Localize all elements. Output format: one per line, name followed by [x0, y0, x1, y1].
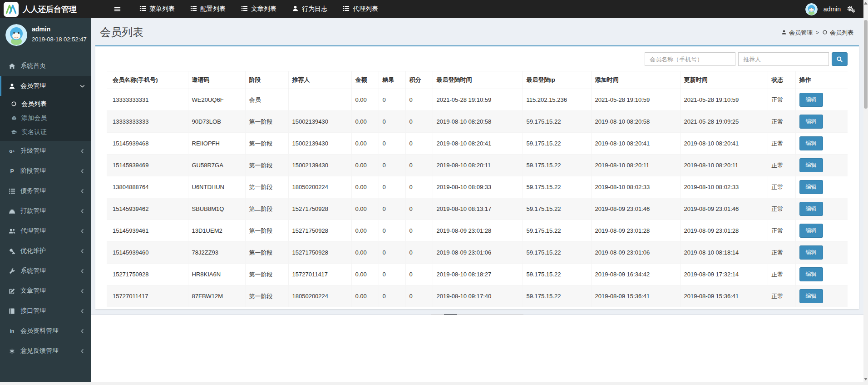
- table-cell: 59.175.15.22: [523, 220, 591, 242]
- vertical-scrollbar[interactable]: [863, 0, 868, 382]
- chevron-left-icon: [79, 168, 85, 174]
- nav-item-menu-list[interactable]: 菜单列表: [132, 0, 182, 18]
- nav-item-label: 行为日志: [302, 5, 327, 13]
- sidebar-item-agent-mgmt[interactable]: 代理管理: [0, 221, 91, 241]
- edit-button[interactable]: 编辑: [799, 136, 823, 150]
- horizontal-scrollbar[interactable]: [0, 382, 868, 385]
- column-header: 状态: [768, 71, 795, 89]
- scroll-up-arrow-icon[interactable]: [864, 2, 868, 5]
- table-cell: 0: [405, 89, 433, 111]
- table-cell: 0: [379, 155, 405, 176]
- brand-logo-icon: [4, 2, 19, 17]
- table-cell: 15727011417: [288, 264, 351, 285]
- table-cell: 正常: [768, 264, 795, 285]
- chevron-left-icon: [79, 268, 85, 274]
- breadcrumb-current[interactable]: 会员列表: [822, 29, 853, 37]
- list-icon: [190, 5, 197, 13]
- breadcrumb-parent-label: 会员管理: [789, 29, 813, 37]
- column-header: 会员名称(手机号): [107, 71, 188, 89]
- table-cell: 0.00: [351, 242, 379, 264]
- chevron-left-icon: [79, 248, 85, 254]
- table-cell: 第一阶段: [245, 242, 288, 264]
- sidebar-item-payment-mgmt[interactable]: 打款管理: [0, 201, 91, 221]
- scroll-down-arrow-icon[interactable]: [864, 378, 868, 380]
- linkedin-icon: in: [7, 328, 16, 335]
- sidebar: admin 2019-08-18 02:52:47 系统首页会员管理会员列表添加…: [0, 18, 91, 382]
- edit-button[interactable]: 编辑: [799, 180, 823, 194]
- sidebar-item-system-home[interactable]: 系统首页: [0, 56, 91, 76]
- sidebar-subitem-member-list[interactable]: 会员列表: [0, 97, 91, 111]
- table-cell: 2019-08-10 08:20:58: [591, 111, 680, 133]
- table-cell: 正常: [768, 220, 795, 242]
- scrollbar-thumb[interactable]: [864, 20, 868, 109]
- list-icon: [7, 188, 16, 195]
- referrer-input[interactable]: [738, 52, 829, 66]
- nav-item-behavior-log[interactable]: 行为日志: [284, 0, 335, 18]
- gplus-icon: G+: [7, 148, 16, 155]
- home-icon: [7, 63, 16, 70]
- edit-button[interactable]: 编辑: [799, 267, 823, 281]
- navbar-username[interactable]: admin: [824, 5, 841, 13]
- edit-button[interactable]: 编辑: [799, 245, 823, 260]
- table-cell: 2021-05-28 19:10:59: [680, 89, 768, 111]
- edit-button[interactable]: 编辑: [799, 115, 823, 129]
- nav-item-article-list[interactable]: 文章列表: [233, 0, 284, 18]
- table-cell: 2019-08-10 08:18:27: [433, 264, 523, 285]
- brand[interactable]: 人人还后台管理: [0, 2, 94, 17]
- sidebar-item-feedback-mgmt[interactable]: 意见反馈管理: [0, 341, 91, 361]
- table-cell: 2019-08-09 16:34:42: [591, 264, 680, 285]
- sidebar-item-article-mgmt[interactable]: 文章管理: [0, 281, 91, 301]
- sidebar-item-upgrade-mgmt[interactable]: G+升级管理: [0, 141, 91, 161]
- table-cell: 2019-08-10 08:20:11: [433, 155, 523, 176]
- table-cell: 会员: [245, 89, 288, 111]
- sidebar-item-label: 会员管理: [20, 82, 46, 90]
- table-row: 15145939469GU58R7GA第一阶段150021394300.0000…: [107, 155, 848, 176]
- sidebar-item-label: 意见反馈管理: [20, 347, 59, 355]
- sidebar-item-api-mgmt[interactable]: 接口管理: [0, 301, 91, 321]
- edit-button[interactable]: 编辑: [799, 224, 823, 238]
- sidebar-item-debt-mgmt[interactable]: 债务管理: [0, 181, 91, 201]
- sidebar-subitem-label: 实名认证: [21, 128, 47, 136]
- table-cell: 2019-08-09 23:01:28: [591, 220, 680, 242]
- sidebar-toggle-button[interactable]: [110, 0, 125, 18]
- sidebar-item-label: 债务管理: [20, 187, 46, 195]
- sidebar-subitem-realname-auth[interactable]: 实名认证: [0, 125, 91, 139]
- user-icon: [292, 5, 299, 13]
- table-cell: 15145939462: [107, 198, 188, 220]
- table-row: 1514593946078J2ZZ93第一阶段152717509280.0000…: [107, 242, 848, 264]
- sidebar-item-stage-mgmt[interactable]: P阶段管理: [0, 161, 91, 181]
- edit-button[interactable]: 编辑: [799, 158, 823, 172]
- table-cell: 59.175.15.22: [523, 242, 591, 264]
- nav-item-agent-list[interactable]: 代理列表: [335, 0, 386, 18]
- edit-button[interactable]: 编辑: [799, 202, 823, 216]
- member-name-input[interactable]: [645, 52, 735, 66]
- table-cell: 0: [379, 242, 405, 264]
- table-cell: 2019-08-09 23:01:06: [591, 242, 680, 264]
- table-cell: 0: [379, 176, 405, 198]
- svg-text:in: in: [10, 329, 14, 334]
- search-button[interactable]: [832, 52, 848, 66]
- screen: 人人还后台管理 菜单列表配置列表文章列表行为日志代理列表 admin admin…: [0, 0, 868, 385]
- sidebar-item-label: 代理管理: [20, 227, 46, 235]
- breadcrumb-parent[interactable]: 会员管理: [781, 29, 813, 37]
- table-cell: 2019-08-10 08:18:14: [680, 242, 768, 264]
- column-header: 邀请码: [188, 71, 245, 89]
- edit-button[interactable]: 编辑: [799, 289, 823, 303]
- user-avatar[interactable]: [805, 3, 818, 15]
- nav-item-config-list[interactable]: 配置列表: [182, 0, 233, 18]
- settings-gears-icon[interactable]: [847, 5, 855, 13]
- table-cell: 2019-08-10 08:20:11: [680, 155, 768, 176]
- sidebar-subitem-add-member[interactable]: 添加会员: [0, 111, 91, 125]
- sidebar-item-system-mgmt[interactable]: 系统管理: [0, 261, 91, 281]
- table-cell: 0.00: [351, 89, 379, 111]
- nav-item-label: 菜单列表: [149, 5, 175, 13]
- sidebar-item-member-data-mgmt[interactable]: in会员资料管理: [0, 321, 91, 341]
- table-cell: 78J2ZZ93: [188, 242, 245, 264]
- table-cell: 0: [405, 198, 433, 220]
- table-cell: 0: [379, 285, 405, 307]
- edit-button[interactable]: 编辑: [799, 93, 823, 107]
- sidebar-item-member-mgmt[interactable]: 会员管理: [0, 76, 91, 96]
- sidebar-item-optimize-maintain[interactable]: 优化维护: [0, 241, 91, 261]
- table-cell: 0.00: [351, 155, 379, 176]
- table-cell-actions: 编辑: [795, 285, 848, 307]
